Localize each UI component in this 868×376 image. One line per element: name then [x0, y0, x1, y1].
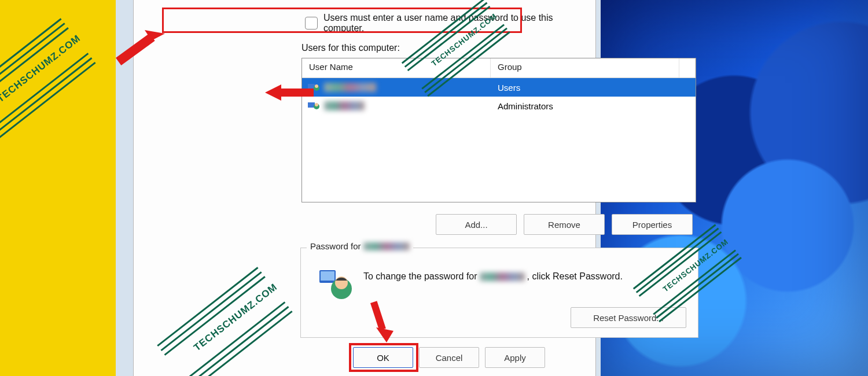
message-user-redacted [480, 272, 525, 281]
user-icon [308, 101, 321, 111]
watermark: TECHSCHUMZ.COM [0, 21, 91, 140]
password-message-prefix: To change the password for [363, 271, 477, 282]
svg-rect-7 [321, 271, 334, 281]
legend-user-redacted [363, 242, 410, 250]
require-login-label: Users must enter a user name and passwor… [323, 13, 595, 34]
table-row[interactable]: Administrators [302, 97, 696, 115]
watermark-text: TECHSCHUMZ.COM [0, 32, 83, 105]
user-action-buttons: Add... Remove Properties [436, 214, 693, 235]
password-groupbox: Password for To change the password for … [300, 248, 698, 338]
properties-button[interactable]: Properties [612, 214, 693, 235]
group-cell: Administrators [491, 101, 696, 111]
remove-button[interactable]: Remove [524, 214, 605, 235]
svg-point-2 [315, 84, 318, 88]
user-icon [308, 82, 321, 93]
password-message-suffix: , click Reset Password. [527, 271, 623, 282]
add-button[interactable]: Add... [436, 214, 517, 235]
group-cell: Users [491, 83, 696, 93]
reset-password-button[interactable]: Reset Password... [571, 307, 686, 328]
table-header: User Name Group [302, 58, 696, 78]
require-login-row: Users must enter a user name and passwor… [305, 13, 595, 34]
password-legend: Password for [307, 241, 413, 251]
column-spacer [679, 58, 696, 78]
column-user-name[interactable]: User Name [302, 58, 491, 78]
ok-button[interactable]: OK [353, 347, 413, 368]
password-legend-prefix: Password for [310, 241, 361, 251]
users-for-label: Users for this computer: [301, 43, 400, 53]
cancel-button[interactable]: Cancel [419, 347, 479, 368]
column-group[interactable]: Group [491, 58, 679, 78]
table-row[interactable]: Users [302, 78, 696, 97]
user-avatar-icon [318, 267, 354, 303]
svg-point-5 [315, 103, 318, 106]
password-message: To change the password for , click Reset… [363, 271, 623, 282]
dialog-footer: OK Cancel Apply [353, 347, 545, 368]
user-accounts-dialog: Users must enter a user name and passwor… [133, 0, 596, 376]
require-login-checkbox[interactable] [305, 17, 318, 30]
user-name-redacted [324, 83, 376, 92]
user-name-redacted [324, 101, 365, 110]
apply-button[interactable]: Apply [485, 347, 545, 368]
table-body: Users Administrators [302, 78, 696, 115]
users-table: User Name Group Users [301, 58, 696, 202]
